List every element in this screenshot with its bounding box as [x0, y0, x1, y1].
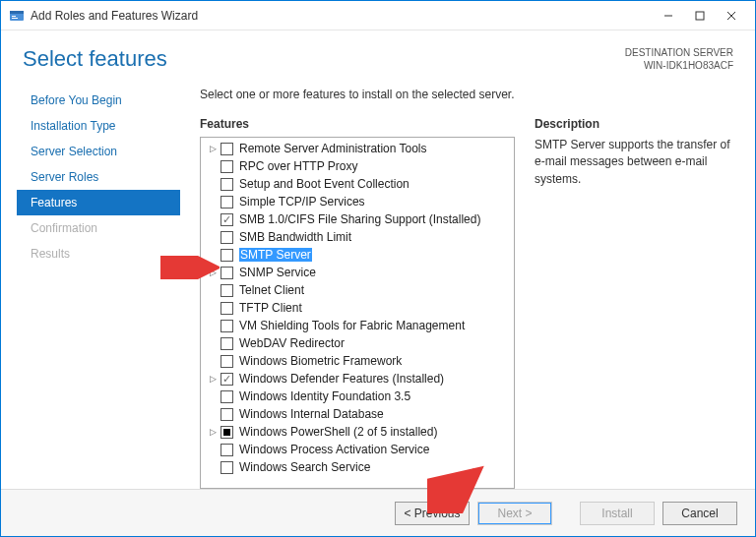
feature-checkbox[interactable]	[220, 249, 233, 262]
sidebar-step: Confirmation	[17, 215, 180, 241]
next-button[interactable]: Next >	[477, 502, 552, 525]
feature-checkbox[interactable]	[220, 461, 233, 474]
feature-row[interactable]: ▷Windows PowerShell (2 of 5 installed)	[201, 423, 514, 441]
feature-checkbox[interactable]	[220, 320, 233, 332]
feature-checkbox[interactable]	[220, 444, 233, 456]
sidebar-step[interactable]: Server Selection	[17, 139, 180, 164]
feature-row[interactable]: TFTP Client	[201, 299, 514, 317]
feature-row[interactable]: Telnet Client	[201, 281, 514, 299]
feature-row[interactable]: SMB 1.0/CIFS File Sharing Support (Insta…	[201, 210, 514, 228]
feature-row[interactable]: ▷SNMP Service	[201, 264, 514, 281]
feature-row[interactable]: SMTP Server	[201, 246, 514, 264]
feature-row[interactable]: VM Shielding Tools for Fabric Management	[201, 317, 514, 334]
feature-checkbox[interactable]	[220, 284, 233, 297]
feature-label[interactable]: Simple TCP/IP Services	[239, 195, 365, 209]
feature-row[interactable]: Windows Internal Database	[201, 405, 514, 423]
content-area: Select features DESTINATION SERVER WIN-I…	[1, 30, 755, 489]
feature-checkbox[interactable]	[220, 178, 233, 191]
feature-row[interactable]: SMB Bandwidth Limit	[201, 228, 514, 246]
feature-checkbox[interactable]	[220, 267, 233, 279]
feature-row[interactable]: RPC over HTTP Proxy	[201, 157, 514, 175]
feature-row[interactable]: Setup and Boot Event Collection	[201, 175, 514, 193]
window-title: Add Roles and Features Wizard	[31, 9, 653, 23]
features-heading: Features	[200, 117, 515, 131]
expand-icon[interactable]: ▷	[207, 143, 219, 154]
feature-label[interactable]: WebDAV Redirector	[239, 336, 345, 350]
feature-checkbox[interactable]	[220, 213, 233, 226]
feature-label[interactable]: SMB 1.0/CIFS File Sharing Support (Insta…	[239, 212, 480, 226]
description-text: SMTP Server supports the transfer of e-m…	[535, 137, 739, 188]
sidebar-step[interactable]: Server Roles	[17, 164, 180, 190]
description-heading: Description	[535, 117, 739, 131]
feature-checkbox[interactable]	[220, 337, 233, 350]
feature-label[interactable]: Windows Biometric Framework	[239, 354, 402, 368]
main-panel: Select one or more features to install o…	[180, 82, 739, 489]
feature-row[interactable]: ▷Remote Server Administration Tools	[201, 140, 514, 157]
destination-info: DESTINATION SERVER WIN-IDK1HO83ACF	[625, 46, 733, 72]
expand-icon[interactable]: ▷	[207, 426, 219, 438]
expand-icon[interactable]: ▷	[207, 373, 219, 385]
feature-checkbox[interactable]	[220, 373, 233, 386]
feature-label[interactable]: Setup and Boot Event Collection	[239, 177, 410, 191]
feature-label[interactable]: VM Shielding Tools for Fabric Management	[239, 319, 465, 332]
expand-icon[interactable]: ▷	[207, 267, 219, 278]
svg-rect-3	[12, 18, 18, 19]
feature-label[interactable]: Remote Server Administration Tools	[239, 142, 427, 155]
previous-button[interactable]: < Previous	[395, 502, 470, 525]
close-button[interactable]	[716, 1, 747, 30]
page-title: Select features	[23, 46, 167, 72]
feature-checkbox[interactable]	[220, 196, 233, 209]
feature-label[interactable]: Windows Defender Features (Installed)	[239, 372, 444, 386]
feature-label[interactable]: SNMP Service	[239, 266, 316, 279]
titlebar: Add Roles and Features Wizard	[1, 1, 755, 30]
svg-rect-5	[696, 12, 704, 20]
intro-text: Select one or more features to install o…	[200, 88, 739, 101]
minimize-button[interactable]	[653, 1, 684, 30]
feature-label[interactable]: SMB Bandwidth Limit	[239, 230, 351, 244]
svg-rect-2	[12, 16, 16, 17]
feature-label[interactable]: Windows Process Activation Service	[239, 443, 429, 456]
feature-checkbox[interactable]	[220, 143, 233, 155]
wizard-window: Add Roles and Features Wizard Select fea…	[0, 0, 756, 537]
svg-rect-1	[10, 11, 24, 14]
feature-label[interactable]: Telnet Client	[239, 283, 304, 297]
feature-checkbox[interactable]	[220, 355, 233, 368]
feature-row[interactable]: Windows Identity Foundation 3.5	[201, 388, 514, 405]
step-sidebar: Before You BeginInstallation TypeServer …	[17, 82, 180, 489]
sidebar-step[interactable]: Installation Type	[17, 113, 180, 139]
feature-checkbox[interactable]	[220, 231, 233, 244]
destination-value: WIN-IDK1HO83ACF	[625, 59, 733, 72]
install-button[interactable]: Install	[580, 502, 655, 525]
feature-label[interactable]: Windows PowerShell (2 of 5 installed)	[239, 425, 437, 439]
feature-label[interactable]: SMTP Server	[239, 248, 312, 262]
feature-checkbox[interactable]	[220, 426, 233, 439]
sidebar-step[interactable]: Before You Begin	[17, 88, 180, 113]
feature-label[interactable]: Windows Internal Database	[239, 407, 384, 421]
destination-label: DESTINATION SERVER	[625, 46, 733, 59]
app-icon	[9, 8, 25, 24]
cancel-button[interactable]: Cancel	[662, 502, 737, 525]
footer: < Previous Next > Install Cancel	[1, 489, 755, 536]
feature-checkbox[interactable]	[220, 408, 233, 421]
sidebar-step: Results	[17, 241, 180, 267]
feature-checkbox[interactable]	[220, 160, 233, 173]
feature-label[interactable]: Windows Identity Foundation 3.5	[239, 389, 410, 403]
features-tree[interactable]: ▷Remote Server Administration ToolsRPC o…	[200, 137, 515, 489]
feature-row[interactable]: Windows Process Activation Service	[201, 441, 514, 458]
feature-row[interactable]: Windows Biometric Framework	[201, 352, 514, 370]
feature-label[interactable]: TFTP Client	[239, 301, 302, 315]
feature-checkbox[interactable]	[220, 302, 233, 315]
feature-row[interactable]: Windows Search Service	[201, 458, 514, 476]
feature-row[interactable]: ▷Windows Defender Features (Installed)	[201, 370, 514, 388]
sidebar-step[interactable]: Features	[17, 190, 180, 215]
feature-row[interactable]: WebDAV Redirector	[201, 334, 514, 352]
maximize-button[interactable]	[684, 1, 716, 30]
feature-row[interactable]: Simple TCP/IP Services	[201, 193, 514, 210]
feature-label[interactable]: RPC over HTTP Proxy	[239, 159, 357, 173]
feature-label[interactable]: Windows Search Service	[239, 460, 370, 474]
feature-checkbox[interactable]	[220, 390, 233, 403]
